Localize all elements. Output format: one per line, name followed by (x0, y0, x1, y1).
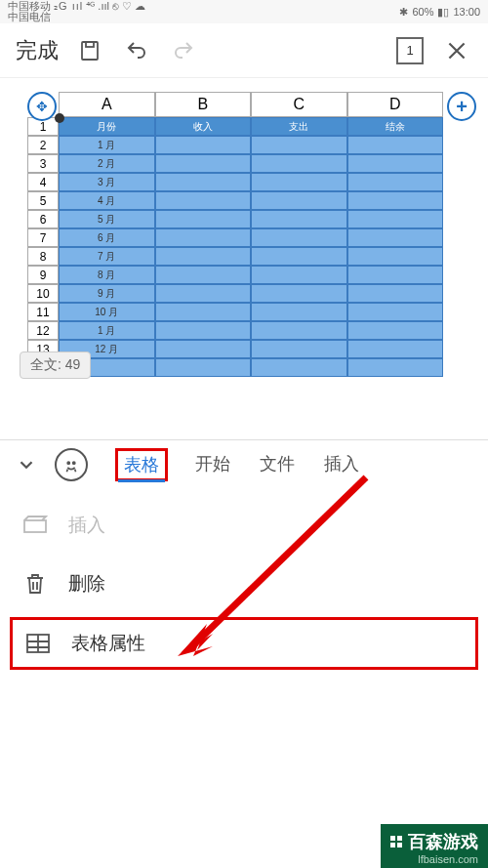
table-row[interactable]: 1 月 (59, 321, 443, 340)
cell[interactable] (347, 136, 444, 154)
column-header[interactable]: D (347, 92, 444, 117)
cell[interactable] (251, 136, 347, 154)
cell[interactable]: 3 月 (59, 173, 155, 191)
cell[interactable] (347, 247, 444, 266)
cell[interactable] (347, 173, 444, 191)
cell[interactable]: 2 月 (59, 154, 155, 173)
collapse-panel-button[interactable] (12, 454, 41, 475)
row-header[interactable]: 6 (27, 210, 59, 228)
done-button[interactable]: 完成 (12, 31, 62, 70)
row-header[interactable]: 2 (27, 136, 59, 154)
row-header[interactable]: 4 (27, 173, 59, 191)
page-indicator-button[interactable]: 1 (390, 31, 429, 70)
row-header[interactable]: 11 (27, 303, 59, 321)
cell[interactable]: 1 月 (59, 321, 155, 340)
cell[interactable]: 7 月 (59, 247, 155, 266)
table-row[interactable]: 6 月 (59, 228, 443, 247)
cell[interactable] (251, 321, 347, 340)
cell[interactable] (347, 284, 444, 303)
cell[interactable]: 10 月 (59, 303, 155, 321)
row-header[interactable]: 12 (27, 321, 59, 340)
table-row[interactable]: 9 月 (59, 284, 443, 303)
cell[interactable] (251, 154, 347, 173)
cell[interactable] (251, 340, 347, 358)
cell[interactable] (347, 191, 444, 210)
cell[interactable]: 5 月 (59, 210, 155, 228)
tab-start[interactable]: 开始 (193, 448, 232, 481)
data-cells[interactable]: 月份收入支出结余1 月2 月3 月4 月5 月6 月7 月8 月9 月10 月1… (59, 117, 443, 377)
table-row[interactable]: 8 月 (59, 266, 443, 284)
add-column-button[interactable]: + (447, 92, 476, 121)
cell[interactable] (155, 284, 252, 303)
cell[interactable] (155, 266, 252, 284)
cell[interactable] (347, 321, 444, 340)
row-header[interactable]: 7 (27, 228, 59, 247)
cell[interactable] (347, 303, 444, 321)
cell[interactable] (251, 266, 347, 284)
cell[interactable]: 6 月 (59, 228, 155, 247)
cell[interactable] (251, 210, 347, 228)
table-row[interactable] (59, 358, 443, 377)
ai-assistant-button[interactable] (55, 448, 88, 481)
table-row[interactable]: 2 月 (59, 154, 443, 173)
cell[interactable] (251, 247, 347, 266)
cell[interactable] (155, 247, 252, 266)
row-header[interactable]: 8 (27, 247, 59, 266)
cell[interactable] (251, 228, 347, 247)
column-header[interactable]: C (251, 92, 347, 117)
cell[interactable] (155, 154, 252, 173)
row-header[interactable]: 9 (27, 266, 59, 284)
cell[interactable] (347, 154, 444, 173)
cell[interactable] (251, 358, 347, 377)
row-header[interactable]: 5 (27, 191, 59, 210)
cell[interactable] (251, 303, 347, 321)
cell[interactable]: 收入 (155, 117, 252, 136)
cell[interactable] (155, 228, 252, 247)
menu-item-table-properties[interactable]: 表格属性 (10, 617, 478, 670)
menu-item-delete[interactable]: 删除 (0, 555, 488, 613)
cell[interactable]: 1 月 (59, 136, 155, 154)
tab-insert[interactable]: 插入 (322, 448, 361, 481)
redo-button[interactable] (164, 31, 203, 70)
table-row[interactable]: 5 月 (59, 210, 443, 228)
cell[interactable]: 结余 (347, 117, 444, 136)
table-row[interactable]: 7 月 (59, 247, 443, 266)
cell[interactable] (155, 340, 252, 358)
cell[interactable] (155, 358, 252, 377)
cell[interactable]: 支出 (251, 117, 347, 136)
cell[interactable] (251, 191, 347, 210)
cell[interactable] (347, 340, 444, 358)
close-button[interactable] (437, 31, 476, 70)
cell[interactable] (251, 173, 347, 191)
table-row[interactable]: 12 月 (59, 340, 443, 358)
cell[interactable] (347, 358, 444, 377)
cell[interactable] (155, 210, 252, 228)
cell[interactable] (155, 303, 252, 321)
row-header[interactable]: 10 (27, 284, 59, 303)
cell[interactable] (155, 321, 252, 340)
move-handle-button[interactable]: ✥ (27, 92, 57, 121)
row-header[interactable]: 3 (27, 154, 59, 173)
tab-file[interactable]: 文件 (258, 448, 297, 481)
column-header[interactable]: A (59, 92, 155, 117)
undo-button[interactable] (117, 31, 156, 70)
spreadsheet-grid[interactable]: ABCD 1234567891011121314 月份收入支出结余1 月2 月3… (27, 92, 443, 377)
cell[interactable] (347, 210, 444, 228)
cell[interactable]: 月份 (59, 117, 155, 136)
column-header[interactable]: B (155, 92, 252, 117)
tab-table[interactable]: 表格 (115, 448, 168, 481)
save-button[interactable] (70, 31, 109, 70)
table-row[interactable]: 月份收入支出结余 (59, 117, 443, 136)
cell[interactable]: 9 月 (59, 284, 155, 303)
table-row[interactable]: 3 月 (59, 173, 443, 191)
table-row[interactable]: 10 月 (59, 303, 443, 321)
cell[interactable] (155, 191, 252, 210)
cell[interactable] (155, 173, 252, 191)
cell[interactable]: 8 月 (59, 266, 155, 284)
menu-item-insert[interactable]: 插入 (0, 496, 488, 555)
cell[interactable] (251, 284, 347, 303)
cell[interactable] (155, 136, 252, 154)
cell[interactable] (347, 228, 444, 247)
cell[interactable]: 4 月 (59, 191, 155, 210)
cell[interactable] (347, 266, 444, 284)
